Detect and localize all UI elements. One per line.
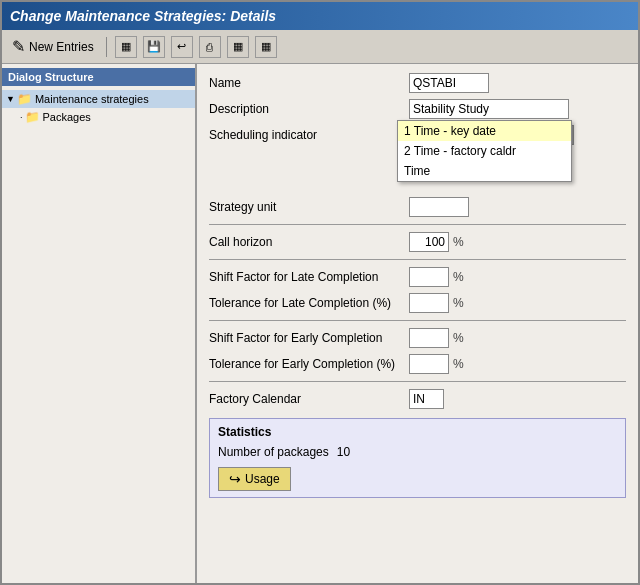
separator-4 [209, 381, 626, 382]
sidebar-header-label: Dialog Structure [8, 71, 94, 83]
undo-icon: ↩ [177, 40, 186, 53]
toolbar: ✎ New Entries ▦ 💾 ↩ ⎙ ▦ ▦ [2, 30, 638, 64]
folder-icon: 📁 [17, 92, 32, 106]
subfolder-icon: 📁 [25, 110, 40, 124]
dropdown-option-1-label: 1 Time - key date [404, 124, 496, 138]
shift-late-control: % [409, 267, 464, 287]
help-icon: ▦ [261, 40, 271, 53]
save-icon: 💾 [147, 40, 161, 53]
copy-button[interactable]: ▦ [115, 36, 137, 58]
factory-calendar-input[interactable] [409, 389, 444, 409]
packages-value: 10 [337, 445, 350, 459]
content-area: Dialog Structure ▼ 📁 Maintenance strateg… [2, 64, 638, 583]
usage-button-label: Usage [245, 472, 280, 486]
name-row: Name [209, 72, 626, 94]
sidebar-item-packages[interactable]: · 📁 Packages [16, 108, 195, 126]
main-panel: Name Description Scheduling indicator [197, 64, 638, 583]
tolerance-late-control: % [409, 293, 464, 313]
factory-calendar-control [409, 389, 444, 409]
strategy-unit-control [409, 197, 469, 217]
packages-label: Number of packages [218, 445, 329, 459]
tolerance-early-control: % [409, 354, 464, 374]
sidebar-item-label-maintenance: Maintenance strategies [35, 93, 149, 105]
usage-icon: ↪ [229, 471, 241, 487]
window-title: Change Maintenance Strategies: Details [10, 8, 276, 24]
toolbar-separator-1 [106, 37, 107, 57]
factory-calendar-label: Factory Calendar [209, 392, 409, 406]
call-horizon-control: % [409, 232, 464, 252]
dropdown-option-3-label: Time [404, 164, 430, 178]
shift-early-control: % [409, 328, 464, 348]
call-horizon-input[interactable] [409, 232, 449, 252]
scheduling-label: Scheduling indicator [209, 128, 409, 142]
shift-early-row: Shift Factor for Early Completion % [209, 327, 626, 349]
dropdown-option-2-label: 2 Time - factory caldr [404, 144, 516, 158]
call-horizon-row: Call horizon % [209, 231, 626, 253]
usage-button[interactable]: ↪ Usage [218, 467, 291, 491]
strategy-unit-label: Strategy unit [209, 200, 409, 214]
find-button[interactable]: ▦ [227, 36, 249, 58]
dropdown-option-3[interactable]: Time [398, 161, 571, 181]
new-entries-label: New Entries [29, 40, 94, 54]
name-label: Name [209, 76, 409, 90]
factory-calendar-row: Factory Calendar [209, 388, 626, 410]
new-entries-button[interactable]: ✎ New Entries [8, 35, 98, 58]
copy-icon: ▦ [121, 40, 131, 53]
dropdown-option-2[interactable]: 2 Time - factory caldr [398, 141, 571, 161]
tolerance-late-input[interactable] [409, 293, 449, 313]
print-icon: ⎙ [206, 41, 213, 53]
main-window: Change Maintenance Strategies: Details ✎… [0, 0, 640, 585]
tolerance-early-label: Tolerance for Early Completion (%) [209, 357, 409, 371]
title-bar: Change Maintenance Strategies: Details [2, 2, 638, 30]
shift-late-row: Shift Factor for Late Completion % [209, 266, 626, 288]
shift-late-percent: % [453, 270, 464, 284]
separator-2 [209, 259, 626, 260]
tree-expand-arrow: ▼ [6, 94, 15, 104]
tolerance-early-input[interactable] [409, 354, 449, 374]
tolerance-early-percent: % [453, 357, 464, 371]
shift-late-input[interactable] [409, 267, 449, 287]
sidebar-item-maintenance-strategies[interactable]: ▼ 📁 Maintenance strategies [2, 90, 195, 108]
tolerance-late-label: Tolerance for Late Completion (%) [209, 296, 409, 310]
help-button[interactable]: ▦ [255, 36, 277, 58]
separator-3 [209, 320, 626, 321]
find-icon: ▦ [233, 40, 243, 53]
separator-1 [209, 224, 626, 225]
dropdown-option-1[interactable]: 1 Time - key date [398, 121, 571, 141]
description-input[interactable] [409, 99, 569, 119]
sidebar-item-label-packages: Packages [43, 111, 91, 123]
shift-early-input[interactable] [409, 328, 449, 348]
strategy-unit-row: Strategy unit [209, 196, 626, 218]
undo-button[interactable]: ↩ [171, 36, 193, 58]
sidebar-tree: ▼ 📁 Maintenance strategies · 📁 Packages [2, 86, 195, 130]
shift-early-percent: % [453, 331, 464, 345]
strategy-unit-input[interactable] [409, 197, 469, 217]
shift-late-label: Shift Factor for Late Completion [209, 270, 409, 284]
description-row: Description [209, 98, 626, 120]
call-horizon-label: Call horizon [209, 235, 409, 249]
tree-sub-arrow: · [20, 112, 23, 122]
scheduling-dropdown-menu: 1 Time - key date 2 Time - factory caldr… [397, 120, 572, 182]
name-control [409, 73, 489, 93]
packages-stat-row: Number of packages 10 [218, 445, 617, 459]
tolerance-early-row: Tolerance for Early Completion (%) % [209, 353, 626, 375]
new-entries-icon: ✎ [12, 37, 25, 56]
name-input[interactable] [409, 73, 489, 93]
description-label: Description [209, 102, 409, 116]
description-control [409, 99, 569, 119]
statistics-box: Statistics Number of packages 10 ↪ Usage [209, 418, 626, 498]
tolerance-late-row: Tolerance for Late Completion (%) % [209, 292, 626, 314]
sidebar: Dialog Structure ▼ 📁 Maintenance strateg… [2, 64, 197, 583]
shift-early-label: Shift Factor for Early Completion [209, 331, 409, 345]
save-button[interactable]: 💾 [143, 36, 165, 58]
sidebar-header: Dialog Structure [2, 68, 195, 86]
statistics-title: Statistics [218, 425, 617, 439]
call-horizon-percent: % [453, 235, 464, 249]
print-button[interactable]: ⎙ [199, 36, 221, 58]
tolerance-late-percent: % [453, 296, 464, 310]
